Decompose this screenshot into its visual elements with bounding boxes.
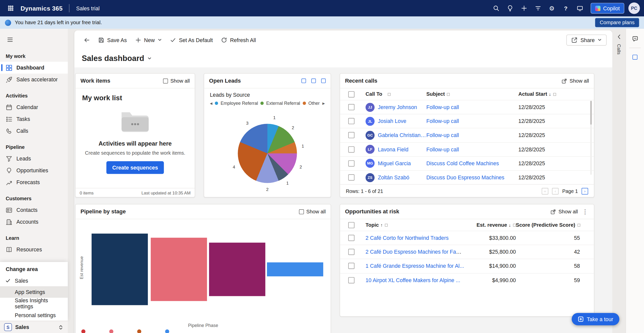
leads-pie-chart[interactable] <box>238 124 297 183</box>
sidebar-item-sales-accelerator[interactable]: Sales accelerator <box>0 74 68 85</box>
call-to-link[interactable]: Miguel Garcia <box>378 160 411 166</box>
row-checkbox[interactable] <box>348 249 354 255</box>
help-icon[interactable]: ? <box>559 2 572 14</box>
create-sequences-button[interactable]: Create sequences <box>106 161 164 174</box>
previous-page-icon[interactable]: ‹ <box>552 188 558 194</box>
calls-pane-label[interactable]: Calls <box>617 44 622 55</box>
column-header-score[interactable]: Score (Predictive Score) <box>516 222 580 228</box>
app-name[interactable]: Sales trial <box>76 5 100 11</box>
area-item-app-settings[interactable]: App Settings <box>0 286 68 298</box>
pipeline-bar[interactable] <box>151 238 207 301</box>
row-checkbox[interactable] <box>348 263 354 269</box>
new-button[interactable]: New <box>131 34 166 45</box>
app-launcher-icon[interactable] <box>4 2 17 14</box>
topic-link[interactable]: 10 Airpot XL Coffee Makers for Alpine ..… <box>366 277 460 283</box>
row-checkbox[interactable] <box>348 235 354 241</box>
column-options-icon[interactable] <box>385 224 388 226</box>
share-button[interactable]: Share <box>567 34 607 45</box>
back-button[interactable] <box>80 34 94 45</box>
copilot-pane-icon[interactable] <box>629 33 641 45</box>
call-to-link[interactable]: Lavona Field <box>378 146 409 152</box>
filter-icon[interactable] <box>531 2 544 14</box>
subject-link[interactable]: Discuss Cold Coffee Machines <box>426 160 499 166</box>
row-checkbox[interactable] <box>348 174 354 180</box>
call-to-link[interactable]: Gabriela Christiansen <box>378 132 426 138</box>
table-row[interactable]: 2 Café Duo Espresso Machines for Fabr...… <box>340 245 594 259</box>
pipeline-funnel-chart[interactable]: Est revenue Pipeline Phase <box>75 219 331 333</box>
row-checkbox[interactable] <box>348 146 354 152</box>
settings-gear-icon[interactable]: ⚙ <box>545 2 558 14</box>
sidebar-item-accounts[interactable]: Accounts <box>0 216 68 228</box>
recent-calls-show-all[interactable]: Show all <box>561 78 589 84</box>
column-options-icon[interactable] <box>553 93 556 96</box>
pipeline-bar[interactable] <box>267 262 323 277</box>
pipeline-bar[interactable] <box>92 234 148 305</box>
hamburger-menu-icon[interactable] <box>3 33 16 46</box>
next-page-icon[interactable]: › <box>582 188 588 194</box>
call-to-link[interactable]: Zoltán Szabó <box>378 174 409 180</box>
column-options-icon[interactable] <box>577 224 580 226</box>
take-a-tour-button[interactable]: Take a tour <box>572 313 619 325</box>
sidebar-item-opportunities[interactable]: Opportunities <box>0 164 68 176</box>
pipeline-show-all[interactable]: Show all <box>299 209 326 215</box>
subject-link[interactable]: Follow-up call <box>426 104 459 110</box>
feedback-icon[interactable] <box>573 2 586 14</box>
area-item-personal-settings[interactable]: Personal settings <box>0 309 68 321</box>
sidebar-item-contacts[interactable]: Contacts <box>0 204 68 216</box>
sidebar-item-resources[interactable]: Resources <box>0 244 68 255</box>
search-icon[interactable] <box>489 2 502 14</box>
work-items-show-all[interactable]: Show all <box>163 78 190 84</box>
column-options-icon[interactable] <box>447 93 450 96</box>
subject-link[interactable]: Follow-up call <box>426 118 459 124</box>
topic-link[interactable]: 1 Café Grande Espresso Machine for Al... <box>366 263 464 269</box>
popout-icon[interactable] <box>629 51 641 63</box>
table-row[interactable]: LFLavona Field Follow-up call 12/28/2025 <box>340 142 594 156</box>
view-toggle-icon[interactable] <box>301 79 306 83</box>
table-row[interactable]: GCGabriela Christiansen Follow-up call 1… <box>340 128 594 142</box>
expand-pane-icon[interactable] <box>614 32 624 42</box>
lightbulb-icon[interactable] <box>503 2 516 14</box>
table-row[interactable]: 1 Café Grande Espresso Machine for Al...… <box>340 259 594 273</box>
select-all-checkbox[interactable] <box>348 91 354 97</box>
row-checkbox[interactable] <box>348 160 354 166</box>
area-switcher[interactable]: S Sales <box>0 321 68 333</box>
call-to-link[interactable]: Josiah Love <box>378 118 406 124</box>
sidebar-item-leads[interactable]: Leads <box>0 153 68 164</box>
call-to-link[interactable]: Jeremy Johnson <box>378 104 417 110</box>
topic-link[interactable]: 2 Café Corto for Northwind Traders <box>366 235 449 241</box>
sidebar-item-forecasts[interactable]: Forecasts <box>0 176 68 188</box>
legend-next-icon[interactable]: ▶ <box>322 101 325 105</box>
area-item-sales-insights-settings[interactable]: Sales Insights settings <box>0 298 68 309</box>
scrollbar-thumb[interactable] <box>590 101 592 125</box>
sidebar-item-tasks[interactable]: Tasks <box>0 113 68 125</box>
add-icon[interactable] <box>517 2 530 14</box>
row-checkbox[interactable] <box>348 104 354 110</box>
subject-link[interactable]: Follow-up call <box>426 146 459 152</box>
sidebar-item-calls[interactable]: Calls <box>0 125 68 137</box>
view-toggle-icon[interactable] <box>321 79 326 83</box>
column-header-topic[interactable]: Topic↑ <box>366 222 464 228</box>
first-page-icon[interactable]: ‹‹ <box>542 188 548 194</box>
legend-prev-icon[interactable]: ◀ <box>210 101 212 105</box>
area-item-sales[interactable]: Sales <box>0 275 68 286</box>
view-toggle-icon[interactable] <box>311 79 316 83</box>
column-header-subject[interactable]: Subject <box>426 91 518 97</box>
chevron-down-icon[interactable] <box>147 56 151 60</box>
row-checkbox[interactable] <box>348 277 354 283</box>
opportunities-show-all[interactable]: Show all <box>550 209 578 215</box>
refresh-all-button[interactable]: Refresh All <box>217 34 260 45</box>
copilot-button[interactable]: Copilot <box>590 3 624 13</box>
table-row[interactable]: JLJosiah Love Follow-up call 12/28/2025 <box>340 114 594 128</box>
save-as-button[interactable]: Save As <box>95 34 131 45</box>
column-options-icon[interactable] <box>388 93 390 95</box>
sidebar-item-dashboard[interactable]: Dashboard <box>0 62 68 74</box>
topic-link[interactable]: 2 Café Duo Espresso Machines for Fabr... <box>366 249 464 255</box>
compare-plans-button[interactable]: Compare plans <box>595 18 639 27</box>
column-header-actual-start[interactable]: Actual Start↓ <box>518 91 594 97</box>
column-header-call-to[interactable]: Call To <box>366 91 426 97</box>
pipeline-bar[interactable] <box>209 243 265 296</box>
table-row[interactable]: 10 Airpot XL Coffee Makers for Alpine ..… <box>340 273 594 287</box>
table-row[interactable]: MGMiguel Garcia Discuss Cold Coffee Mach… <box>340 156 594 170</box>
more-options-icon[interactable]: ⋮ <box>581 209 589 215</box>
set-as-default-button[interactable]: Set As Default <box>166 34 217 45</box>
